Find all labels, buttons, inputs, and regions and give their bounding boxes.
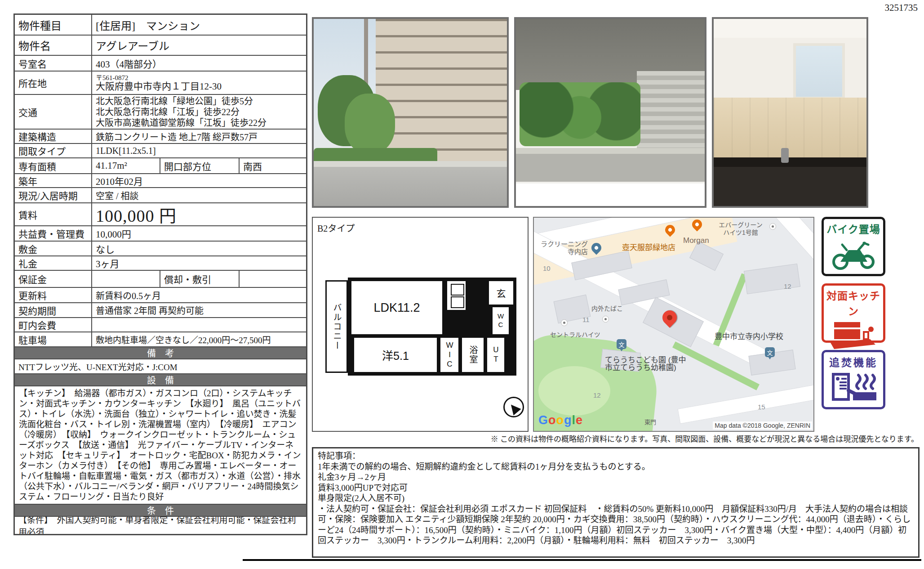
google-letter: o xyxy=(548,413,556,427)
floorplan-drawing: バルコニー LDK11.2 洋5.1 WIC 浴室 UT 玄 WC xyxy=(325,278,516,376)
document-number: 3251735 xyxy=(885,2,918,13)
badge-label: 対面キッチン xyxy=(824,287,883,318)
map-label-evergreen-heights: エバーグリーン ハイツ1号館 xyxy=(714,221,768,237)
room-ldk-label: LDK11.2 xyxy=(373,301,420,315)
map-block-number: 12 xyxy=(784,282,791,290)
row-label: 現況/入居時期 xyxy=(15,188,92,202)
unit-outline: LDK11.2 洋5.1 WIC 浴室 UT 玄 WC xyxy=(348,278,516,376)
special-notes-line: 単身限定(2人入居不可) xyxy=(318,493,914,504)
row-label: 交通 xyxy=(15,95,92,129)
row-value: 普通借家 2年間 再契約可能 xyxy=(92,303,306,317)
map-pin-central-heights xyxy=(561,319,568,326)
map-label-tobacco-shop: 内外たばこ xyxy=(591,305,623,313)
row-label: 物件名 xyxy=(15,36,92,55)
postal-code: 〒561-0872 xyxy=(96,74,129,81)
table-row-rent: 賃料 100,000 円 xyxy=(15,203,306,226)
property-table: 物件種目 [住居用] マンション 物件名 アグレアーブル 号室名 403（4階部… xyxy=(13,13,307,535)
table-row-layout-type: 間取タイプ 1LDK[11.2x5.1] xyxy=(15,144,306,158)
row-value-2 xyxy=(240,271,306,287)
location-map: ラクリーニング 寺内店 壺天服部緑地店 Morgan エバーグリーン ハイツ1号… xyxy=(533,217,814,432)
row-label: 号室名 xyxy=(15,56,92,71)
row-label-2: 開口部方位 xyxy=(160,158,240,173)
row-value: 2010年02月 xyxy=(92,174,306,187)
remarks-text: NTTフレッツ光、U-NEXT光対応・J:COM xyxy=(15,359,306,373)
row-value: 〒561-0872 大阪府豊中市寺内１丁目12-30 xyxy=(92,72,306,94)
row-label: 物件種目 xyxy=(15,15,92,35)
room-bedroom-label: 洋5.1 xyxy=(382,347,409,363)
row-label: 駐車場 xyxy=(15,332,92,346)
section-header-equipment: 設 備 xyxy=(15,374,306,386)
room-wc: WC xyxy=(493,307,509,334)
room-ldk: LDK11.2 xyxy=(351,281,442,334)
map-label-east-gate: 東門 xyxy=(644,418,656,426)
row-label: 専有面積 xyxy=(15,158,92,173)
row-value: 3ヶ月 xyxy=(92,256,306,270)
photo-building-exterior xyxy=(312,17,509,208)
row-label: 礼金 xyxy=(15,256,92,270)
motorcycle-icon xyxy=(829,237,878,273)
conditions-text: 【条件】 外国人契約可能・単身者限定・保証会社利用可能・保証会社利用必須 xyxy=(15,517,306,534)
badge-reheating-bath: 追焚機能 xyxy=(822,350,885,409)
map-block-number: 10 xyxy=(543,264,551,272)
map-label-central-heights: セントラルハイツ xyxy=(550,331,600,339)
table-row-status: 現況/入居時期 空室 / 相談 xyxy=(15,188,306,203)
table-row-room-number: 号室名 403（4階部分） xyxy=(15,56,306,72)
badge-label: 追焚機能 xyxy=(824,354,883,369)
table-row-address: 所在地 〒561-0872 大阪府豊中市寺内１丁目12-30 xyxy=(15,72,306,95)
row-label: 築年 xyxy=(15,174,92,187)
google-letter: G xyxy=(538,413,548,427)
row-value: 10,000円 xyxy=(92,226,306,241)
table-row-access: 交通 北大阪急行南北線「緑地公園」徒歩5分 北大阪急行南北線「江坂」徒歩22分 … xyxy=(15,95,306,130)
equipment-text: 【キッチン】 給湯器（都市ガス）・ガスコンロ（2口）・システムキッチン・対面式キ… xyxy=(15,386,306,504)
room-entrance: 玄 xyxy=(489,281,513,305)
map-label-restaurant: 壺天服部緑地店 xyxy=(622,244,675,251)
google-letter: e xyxy=(576,413,583,427)
map-label-kindergarten: てらうちこども園 (豊中 市立てらうち幼稚園) xyxy=(605,356,686,372)
room-ut: UT xyxy=(487,338,504,372)
map-label-elementary-school: 豊中市立寺内小学校 xyxy=(715,333,783,341)
map-block-number: 15 xyxy=(758,403,765,411)
row-value: 新賃料の0.5ヶ月 xyxy=(92,288,306,302)
table-row-area: 専有面積 41.17m² 開口部方位 南西 xyxy=(15,158,306,174)
room-bedroom: 洋5.1 xyxy=(354,338,437,372)
badge-counter-kitchen: 対面キッチン xyxy=(822,283,885,343)
map-block-number: 12 xyxy=(593,391,601,399)
map-pin-kindergarten: 文 xyxy=(617,339,626,349)
section-header-remarks: 備 考 xyxy=(15,347,306,359)
room-entrance-label: 玄 xyxy=(497,286,506,300)
room-ut-label: UT xyxy=(491,345,500,364)
row-value: 鉄筋コンクリート造 地上7階 総戸数57戸 xyxy=(92,130,306,143)
balcony-area: バルコニー xyxy=(325,280,348,373)
bottom-border-rule xyxy=(243,559,921,561)
google-letter: o xyxy=(556,413,564,427)
map-disclaimer: ※ この資料は物件の概略紹介資料になります。写真、間取図面、設備、概要などが現況… xyxy=(491,433,919,444)
table-row-neighborhood-fee: 町内会費 xyxy=(15,318,306,332)
google-letter: l xyxy=(572,413,576,427)
row-label: 建築構造 xyxy=(15,130,92,143)
photo-interior xyxy=(712,17,868,208)
map-road xyxy=(678,383,814,424)
rent-amount: 100,000 円 xyxy=(92,203,306,225)
school-glyph: 文 xyxy=(618,340,624,349)
row-value: 北大阪急行南北線「緑地公園」徒歩5分 北大阪急行南北線「江坂」徒歩22分 大阪市… xyxy=(92,95,306,129)
row-value: なし xyxy=(92,242,306,255)
access-line: 北大阪急行南北線「江坂」徒歩22分 xyxy=(96,107,240,117)
table-row-structure: 建築構造 鉄筋コンクリート造 地上7階 総戸数57戸 xyxy=(15,130,306,144)
water-heater-icon xyxy=(829,370,878,406)
section-header-conditions: 条 件 xyxy=(15,505,306,517)
table-row-property-type: 物件種目 [住居用] マンション xyxy=(15,15,306,36)
room-wic: WIC xyxy=(440,338,458,372)
special-notes-line: 特記事項： xyxy=(318,451,914,461)
balcony-label: バルコニー xyxy=(331,303,343,350)
equipment-row: 【キッチン】 給湯器（都市ガス）・ガスコンロ（2口）・システムキッチン・対面式キ… xyxy=(15,386,306,505)
row-label: 間取タイプ xyxy=(15,144,92,157)
table-row-renewal-fee: 更新料 新賃料の0.5ヶ月 xyxy=(15,288,306,303)
table-row-property-name: 物件名 アグレアーブル xyxy=(15,36,306,56)
special-notes-line: 賃料3,000円UPで対応可 xyxy=(318,483,914,493)
floorplan-panel: B2タイプ バルコニー LDK11.2 洋5.1 WIC 浴室 UT 玄 WC xyxy=(312,217,529,432)
table-row-deposit: 敷金 なし xyxy=(15,242,306,256)
row-value: 41.17m² xyxy=(92,158,160,173)
map-copyright: Map data ©2018 Google, ZENRIN xyxy=(713,421,812,430)
remarks-row: NTTフレッツ光、U-NEXT光対応・J:COM xyxy=(15,359,306,374)
kitchen-icon xyxy=(829,319,878,355)
